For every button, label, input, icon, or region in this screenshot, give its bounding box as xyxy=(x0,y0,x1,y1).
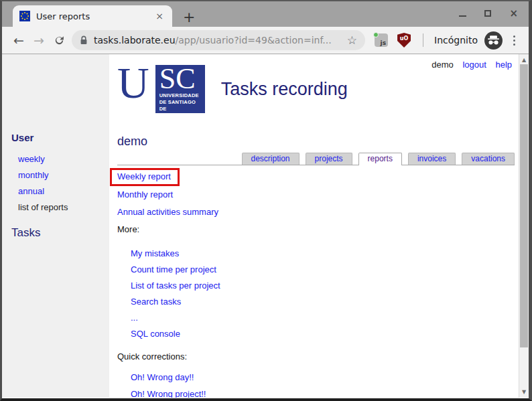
wrong-day-link[interactable]: Oh! Wrong day!! xyxy=(131,372,194,382)
wrong-project-link[interactable]: Oh! Wrong project!! xyxy=(131,389,206,398)
main-content: demo logout help U SC UNIVERSIDADE DE SA… xyxy=(109,54,519,398)
tab-description[interactable]: description xyxy=(242,153,300,165)
url-path: /app/usuario?id=49&action=inf... xyxy=(176,35,332,46)
monthly-report-link[interactable]: Monthly report xyxy=(117,189,173,199)
my-mistakes-link[interactable]: My mistakes xyxy=(131,248,179,258)
usc-logo-letters-sc: SC xyxy=(159,66,204,92)
back-button[interactable]: ← xyxy=(9,33,29,48)
quick-corrections-label: Quick corrections: xyxy=(117,351,519,362)
browser-menu-icon[interactable] xyxy=(511,33,518,48)
new-tab-button[interactable]: + xyxy=(183,10,195,25)
js-extension-status-dot xyxy=(373,32,379,37)
weekly-report-link[interactable]: Weekly report xyxy=(117,171,171,181)
sidebar-item-list-of-reports: list of reports xyxy=(2,202,109,213)
page-viewport: User weekly monthly annual list of repor… xyxy=(2,54,529,398)
window-close-button[interactable]: × xyxy=(509,9,518,19)
scrollbar-thumb[interactable] xyxy=(520,64,528,347)
browser-toolbar: ← → tasks.laborate.eu/app/usuario?id=49&… xyxy=(2,27,529,54)
scroll-down-icon[interactable]: ▼ xyxy=(519,389,529,395)
incognito-label: Incógnito xyxy=(434,35,478,46)
incognito-icon xyxy=(484,31,503,50)
tab-bar: description projects reports invoices va… xyxy=(117,153,515,165)
tab-invoices[interactable]: invoices xyxy=(408,153,456,165)
reload-button[interactable] xyxy=(49,35,69,46)
url-text: tasks.laborate.eu/app/usuario?id=49&acti… xyxy=(94,35,332,46)
help-link[interactable]: help xyxy=(495,60,512,70)
eu-flag-favicon xyxy=(19,11,30,21)
browser-tab[interactable]: User reports × xyxy=(13,5,172,27)
report-links: Weekly report Monthly report Annual acti… xyxy=(117,168,519,398)
tab-close-icon[interactable]: × xyxy=(153,11,165,21)
sidebar-heading-user: User xyxy=(2,132,109,143)
app-title: Tasks recording xyxy=(221,79,348,100)
usc-logo-line2: DE SANTIAGO xyxy=(159,99,204,106)
more-label: More: xyxy=(117,224,519,235)
tab-vacations[interactable]: vacations xyxy=(462,153,515,165)
js-extension-icon[interactable]: js xyxy=(375,33,388,47)
url-domain: tasks.laborate.eu xyxy=(94,35,176,46)
tab-reports[interactable]: reports xyxy=(358,153,402,165)
ublock-origin-icon[interactable]: uO xyxy=(397,33,411,48)
browser-window: User reports × + × ← → tasks.laborate.eu… xyxy=(0,0,532,401)
highlight-box: Weekly report xyxy=(110,168,180,186)
ellipsis-link[interactable]: ... xyxy=(131,313,138,323)
sidebar-item-annual[interactable]: annual xyxy=(2,186,109,197)
tab-projects[interactable]: projects xyxy=(306,153,352,165)
list-of-tasks-per-project-link[interactable]: List of tasks per project xyxy=(131,280,220,291)
annual-summary-link[interactable]: Annual activities summary xyxy=(117,207,218,217)
sidebar-heading-tasks: Tasks xyxy=(2,226,109,240)
usc-logo: U SC UNIVERSIDADE DE SANTIAGO DE COMPOST… xyxy=(117,65,205,113)
count-time-per-project-link[interactable]: Count time per project xyxy=(131,264,216,274)
maximize-button[interactable] xyxy=(484,10,491,17)
tab-title: User reports xyxy=(36,11,153,21)
logged-in-username: demo xyxy=(431,60,454,70)
tab-strip: User reports × + × xyxy=(2,1,529,27)
address-bar[interactable]: tasks.laborate.eu/app/usuario?id=49&acti… xyxy=(72,30,365,50)
reload-icon xyxy=(54,35,65,46)
page-scrollbar[interactable]: ▲ ▼ xyxy=(519,54,529,398)
sidebar-item-monthly[interactable]: monthly xyxy=(2,170,109,181)
sidebar: User weekly monthly annual list of repor… xyxy=(2,54,109,398)
header: U SC UNIVERSIDADE DE SANTIAGO DE COMPOST… xyxy=(117,65,348,113)
lock-icon[interactable] xyxy=(80,35,88,45)
usc-logo-letter-u: U xyxy=(117,65,149,101)
search-tasks-link[interactable]: Search tasks xyxy=(131,297,181,307)
user-bar: demo logout help xyxy=(431,60,512,70)
page-title: demo xyxy=(117,135,147,149)
logout-link[interactable]: logout xyxy=(462,60,486,70)
window-controls: × xyxy=(459,1,518,25)
forward-button[interactable]: → xyxy=(29,33,49,48)
toolbar-separator xyxy=(423,33,423,47)
sidebar-item-weekly[interactable]: weekly xyxy=(2,154,109,165)
scroll-up-icon[interactable]: ▲ xyxy=(519,57,529,63)
usc-logo-line1: UNIVERSIDADE xyxy=(159,92,204,99)
usc-logo-square: SC UNIVERSIDADE DE SANTIAGO DE COMPOSTEL… xyxy=(155,65,205,113)
usc-logo-line3: DE COMPOSTELA xyxy=(159,106,204,119)
minimize-button[interactable] xyxy=(459,15,466,17)
sql-console-link[interactable]: SQL console xyxy=(131,329,180,339)
bookmark-star-icon[interactable]: ☆ xyxy=(342,33,357,47)
